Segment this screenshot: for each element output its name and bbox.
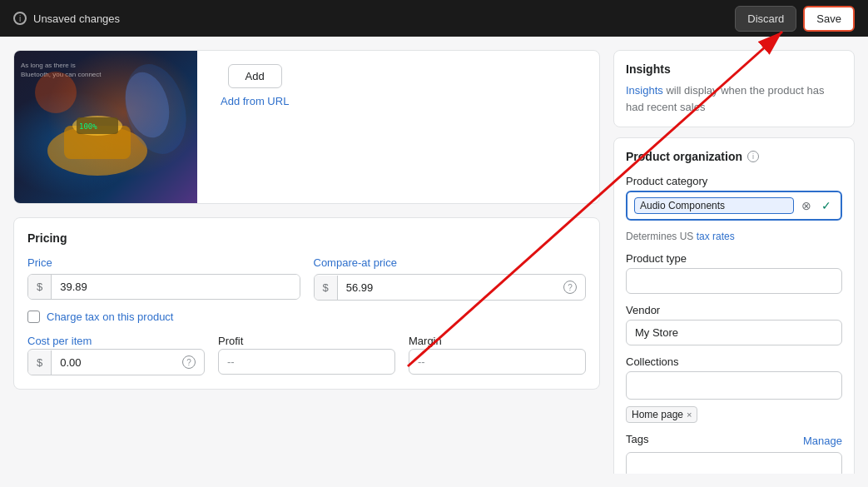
collections-field: Collections Home page × (626, 355, 842, 423)
vendor-field: Vendor (626, 304, 842, 345)
manage-tags-link[interactable]: Manage (803, 435, 842, 447)
home-page-tag: Home page × (626, 406, 697, 423)
category-clear-icon[interactable]: ⊗ (799, 198, 814, 213)
top-bar: i Unsaved changes Discard Save (0, 0, 868, 37)
main-layout: As long as there is Bluetooth, you can c… (0, 37, 868, 487)
cost-profit-margin-row: Cost per item $ ? Profit (27, 335, 586, 375)
price-input[interactable] (52, 275, 299, 299)
page-wrapper: i Unsaved changes Discard Save As long a… (0, 0, 868, 487)
unsaved-changes-label: Unsaved changes (33, 12, 120, 25)
collections-label: Collections (626, 355, 842, 368)
org-title-row: Product organization i (626, 150, 842, 163)
compare-field-group: Compare-at price $ ? (314, 256, 587, 301)
category-label: Product category (626, 175, 842, 187)
home-page-tag-label: Home page (632, 409, 683, 420)
margin-input (409, 349, 586, 375)
home-page-tag-remove[interactable]: × (687, 410, 692, 420)
insights-text: Insights will display when the product h… (626, 82, 842, 115)
cost-label: Cost per item (27, 335, 205, 347)
collections-tags-area: Home page × (626, 405, 842, 423)
vendor-input[interactable] (626, 320, 842, 345)
tags-input[interactable] (626, 452, 842, 474)
org-title: Product organization (626, 150, 742, 163)
price-compare-row: Price $ Compare-at price $ (27, 256, 586, 301)
insights-title: Insights (626, 62, 842, 76)
compare-label: Compare-at price (314, 256, 587, 269)
cost-input[interactable] (52, 350, 174, 375)
category-field: Product category Audio Components ⊗ ✓ (626, 175, 842, 221)
product-type-input[interactable] (626, 268, 842, 294)
collections-input-wrapper[interactable] (626, 371, 842, 400)
product-type-field: Product type (626, 252, 842, 294)
category-tag: Audio Components (634, 197, 794, 214)
pricing-title: Pricing (27, 231, 586, 245)
info-icon: i (13, 12, 27, 25)
top-bar-left: i Unsaved changes (13, 12, 120, 25)
price-field-group: Price $ (27, 256, 300, 301)
price-input-wrapper: $ (27, 274, 300, 300)
insights-link[interactable]: Insights (626, 84, 663, 97)
tags-label: Tags (626, 433, 648, 445)
compare-help-icon[interactable]: ? (555, 275, 585, 300)
product-type-label: Product type (626, 252, 842, 265)
profit-input (218, 349, 395, 375)
tax-checkbox[interactable] (27, 311, 40, 323)
add-from-url-link[interactable]: Add from URL (221, 95, 289, 107)
insights-card: Insights Insights will display when the … (613, 50, 855, 127)
profit-field-group: Profit (218, 335, 395, 375)
image-card: As long as there is Bluetooth, you can c… (13, 50, 600, 204)
category-confirm-icon[interactable]: ✓ (819, 198, 834, 213)
discard-button[interactable]: Discard (735, 6, 796, 32)
compare-input[interactable] (338, 276, 555, 300)
cost-prefix: $ (28, 350, 52, 375)
tax-determines-text: Determines US (626, 231, 697, 242)
left-column: As long as there is Bluetooth, you can c… (13, 50, 600, 474)
image-actions: Add Add from URL (207, 51, 302, 203)
product-image: As long as there is Bluetooth, you can c… (14, 51, 197, 204)
cost-help-icon[interactable]: ? (174, 350, 204, 375)
price-prefix: $ (28, 275, 52, 299)
tax-checkbox-row: Charge tax on this product (27, 311, 586, 323)
svg-point-7 (35, 72, 77, 113)
org-info-icon[interactable]: i (747, 151, 759, 162)
save-button[interactable]: Save (803, 6, 855, 32)
tax-checkbox-label[interactable]: Charge tax on this product (47, 311, 173, 323)
cost-help-circle-icon: ? (182, 355, 196, 369)
margin-label: Margin (409, 335, 586, 347)
cost-field-group: Cost per item $ ? (27, 335, 205, 375)
category-input-wrapper[interactable]: Audio Components ⊗ ✓ (626, 191, 842, 221)
right-column: Insights Insights will display when the … (613, 50, 855, 474)
svg-text:100%: 100% (79, 122, 97, 131)
tags-label-row: Tags Manage (626, 433, 842, 449)
tax-rates-link[interactable]: tax rates (697, 231, 735, 242)
price-label: Price (27, 256, 300, 269)
product-svg-art: 100% (14, 51, 197, 204)
cost-input-wrapper: $ ? (27, 349, 205, 375)
tags-field: Tags Manage (626, 433, 842, 474)
category-icons: ⊗ ✓ (799, 198, 834, 213)
margin-field-group: Margin (409, 335, 586, 375)
pricing-card: Pricing Price $ Compare-at price (13, 217, 600, 390)
top-bar-actions: Discard Save (735, 6, 855, 32)
tax-link-row: Determines US tax rates (626, 231, 842, 242)
compare-prefix: $ (315, 276, 338, 300)
help-circle-icon: ? (563, 281, 577, 294)
profit-label: Profit (218, 335, 395, 347)
product-org-card: Product organization i Product category … (613, 137, 855, 474)
compare-input-wrapper: $ ? (314, 274, 587, 301)
vendor-label: Vendor (626, 304, 842, 316)
add-button[interactable]: Add (228, 64, 282, 88)
